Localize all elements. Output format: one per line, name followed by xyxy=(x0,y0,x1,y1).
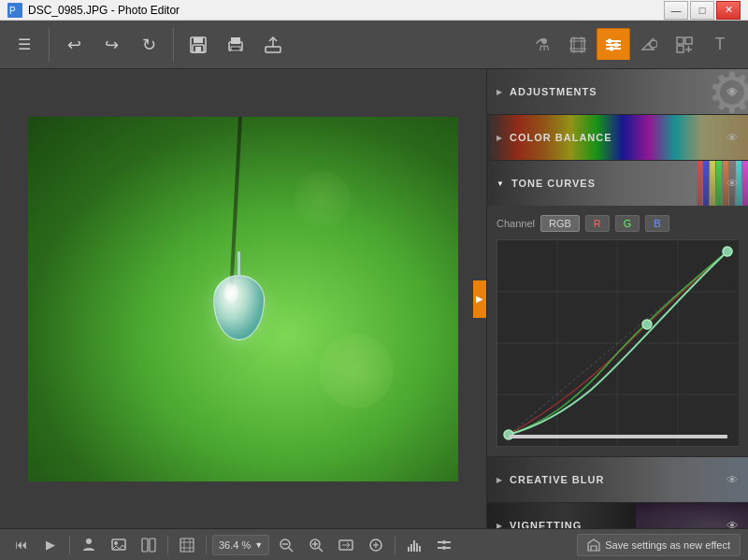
svg-point-35 xyxy=(723,247,732,256)
next-frame-button[interactable]: ▶ xyxy=(37,533,64,557)
svg-rect-62 xyxy=(410,544,412,552)
zoom-in-button[interactable] xyxy=(303,533,329,557)
export-icon xyxy=(264,36,282,54)
minimize-button[interactable]: — xyxy=(664,1,688,20)
main-toolbar: ☰ ↩ ↪ ↻ ⚗ xyxy=(0,21,748,69)
channel-label: Channel xyxy=(496,218,535,229)
color-balance-eye-icon[interactable]: 👁 xyxy=(726,131,739,145)
print-button[interactable] xyxy=(219,28,252,62)
compare-icon xyxy=(141,538,156,553)
panel-collapse-arrow[interactable]: ▶ xyxy=(473,280,486,318)
compare-button[interactable] xyxy=(136,533,162,557)
adjust-tab[interactable] xyxy=(597,28,630,60)
svg-rect-63 xyxy=(413,540,415,552)
zoom-value: 36.4 % xyxy=(219,539,251,551)
effects-tab[interactable] xyxy=(668,28,701,60)
settings-button[interactable] xyxy=(431,533,457,557)
color-balance-header-content: ▶ COLOR BALANCE 👁 xyxy=(496,131,739,145)
save-icon xyxy=(189,36,208,54)
maximize-button[interactable]: □ xyxy=(690,1,714,20)
histogram-button[interactable] xyxy=(401,533,427,557)
svg-rect-10 xyxy=(266,47,280,52)
first-frame-icon: ⏮ xyxy=(15,538,27,552)
settings-icon xyxy=(437,538,452,553)
print-icon xyxy=(226,36,245,54)
bottom-sep-4 xyxy=(395,536,396,554)
creative-blur-eye-icon[interactable]: 👁 xyxy=(726,473,739,487)
undo2-icon: ↪ xyxy=(105,35,119,55)
channel-g-button[interactable]: G xyxy=(615,215,640,232)
tone-curves-header[interactable]: ▼ TONE CURVES 👁 xyxy=(487,161,748,206)
histogram-icon xyxy=(407,538,422,553)
color-balance-header[interactable]: ▶ COLOR BALANCE 👁 xyxy=(487,115,748,160)
undo-button[interactable]: ↩ xyxy=(57,28,91,62)
zoom-out-icon xyxy=(279,538,294,553)
window-controls: — □ ✕ xyxy=(664,1,741,20)
zoom-in-icon xyxy=(309,538,324,553)
svg-point-41 xyxy=(114,541,118,545)
bottom-sep-2 xyxy=(167,536,168,554)
channel-r-button[interactable]: R xyxy=(585,215,610,232)
zoom-dropdown-icon[interactable]: ▼ xyxy=(254,540,263,550)
vignetting-eye-icon[interactable]: 👁 xyxy=(726,519,739,529)
save-effect-label: Save settings as new effect xyxy=(605,539,730,551)
titlebar: P DSC_0985.JPG - Photo Editor — □ ✕ xyxy=(0,0,748,21)
zoom-out-button[interactable] xyxy=(273,533,299,557)
vignetting-header-content: ▶ VIGNETTING 👁 xyxy=(496,519,739,529)
photo-canvas xyxy=(28,117,458,481)
text-tab[interactable]: T xyxy=(703,28,737,60)
grid-icon xyxy=(180,538,194,553)
redo-button[interactable]: ↻ xyxy=(132,28,165,62)
svg-rect-12 xyxy=(571,38,584,51)
photo-drop-stem xyxy=(237,251,240,275)
tone-curves-eye-icon[interactable]: 👁 xyxy=(726,177,739,191)
adjustments-arrow: ▶ xyxy=(496,88,502,96)
curve-graph[interactable] xyxy=(496,239,739,447)
svg-rect-44 xyxy=(180,538,194,552)
adjustments-header[interactable]: ⚙ ▶ ADJUSTMENTS 👁 xyxy=(487,69,748,114)
tone-curves-content: Channel RGB R G B xyxy=(487,206,748,456)
channel-rgb-button[interactable]: RGB xyxy=(540,215,580,232)
svg-point-20 xyxy=(608,38,612,43)
svg-point-23 xyxy=(650,40,657,48)
channel-b-button[interactable]: B xyxy=(645,215,669,232)
actual-size-button[interactable] xyxy=(363,533,389,557)
photo-drop-group xyxy=(213,251,265,340)
adjustments-section: ⚙ ▶ ADJUSTMENTS 👁 xyxy=(487,69,748,115)
close-button[interactable]: ✕ xyxy=(716,1,741,20)
zoom-display: 36.4 % ▼ xyxy=(212,535,269,555)
creative-blur-section: ▶ CREATIVE BLUR 👁 xyxy=(487,457,748,503)
enhance-tab[interactable]: ⚗ xyxy=(525,28,559,60)
svg-rect-3 xyxy=(194,37,203,43)
undo2-button[interactable]: ↪ xyxy=(94,28,128,62)
retouch-tab[interactable] xyxy=(632,28,666,60)
save-effect-button[interactable]: Save settings as new effect xyxy=(577,534,741,556)
creative-blur-header[interactable]: ▶ CREATIVE BLUR 👁 xyxy=(487,457,748,502)
main-layout: ▶ ⚙ ▶ ADJUSTMENTS 👁 xyxy=(0,69,748,528)
window-title: DSC_0985.JPG - Photo Editor xyxy=(28,4,664,17)
app-icon: P xyxy=(7,3,22,18)
tone-curves-title: TONE CURVES xyxy=(511,178,719,189)
svg-rect-61 xyxy=(408,547,410,552)
channel-row: Channel RGB R G B xyxy=(496,215,739,232)
photo-view-button[interactable] xyxy=(106,533,132,557)
creative-blur-arrow: ▶ xyxy=(496,476,502,484)
vignetting-header[interactable]: ▶ VIGNETTING 👁 xyxy=(487,503,748,528)
vignetting-arrow: ▶ xyxy=(496,522,502,529)
svg-line-50 xyxy=(289,548,293,552)
export-button[interactable] xyxy=(256,28,290,62)
svg-rect-26 xyxy=(677,46,683,52)
menu-icon: ☰ xyxy=(18,36,31,53)
crop-tab[interactable] xyxy=(561,28,595,60)
adjustments-eye-icon[interactable]: 👁 xyxy=(726,85,739,99)
menu-button[interactable]: ☰ xyxy=(7,28,41,62)
canvas-area: ▶ xyxy=(0,69,486,528)
person-view-button[interactable] xyxy=(76,533,102,557)
first-frame-button[interactable]: ⏮ xyxy=(7,533,34,557)
save-file-button[interactable] xyxy=(181,28,215,62)
color-balance-section: ▶ COLOR BALANCE 👁 xyxy=(487,115,748,161)
grid-button[interactable] xyxy=(174,533,200,557)
svg-point-22 xyxy=(610,46,614,50)
save-effect-icon xyxy=(587,538,600,552)
fit-button[interactable] xyxy=(333,533,359,557)
